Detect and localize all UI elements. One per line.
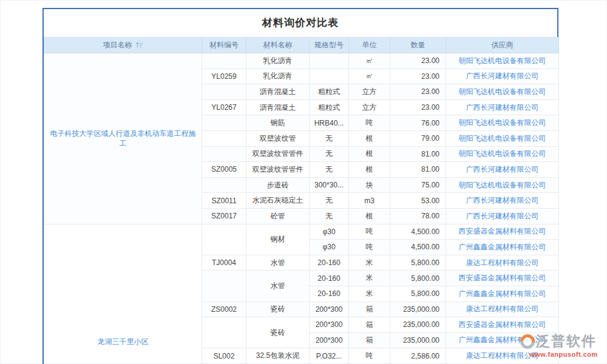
material-name-cell: 水管 [246, 255, 310, 271]
col-header-label: 单位 [362, 41, 377, 49]
spec-cell: 20-160 [310, 271, 349, 286]
unit-cell: 立方 [349, 99, 390, 115]
col-header-label: 数量 [411, 41, 426, 49]
spec-cell: 粗粒式 [310, 84, 349, 100]
spec-cell: 无 [310, 208, 349, 224]
unit-cell: 根 [349, 146, 390, 162]
quantity-cell: 23.00 [390, 53, 446, 69]
spec-cell: 无 [310, 162, 349, 178]
project-name-cell[interactable]: 电子科技大学区域人行道及非机动车道工程施工 [44, 53, 202, 224]
supplier-link[interactable]: 朝阳飞达机电设备有限公司 [446, 177, 559, 193]
quantity-cell: 23.00 [390, 99, 446, 115]
watermark-url[interactable]: www.fanpusoft.com [520, 351, 607, 358]
unit-cell: 立方 [349, 84, 390, 100]
material-code-cell: YL0267 [202, 99, 246, 115]
quantity-cell: 75.00 [390, 177, 446, 193]
material-name-cell: 钢材 [246, 224, 310, 255]
table-row: 电子科技大学区域人行道及非机动车道工程施工乳化沥青㎡23.00朝阳飞达机电设备有… [44, 53, 559, 69]
material-code-cell [202, 130, 246, 146]
supplier-link[interactable]: 康达工程材料有限公司 [446, 255, 559, 271]
unit-cell: 吨 [349, 224, 390, 240]
watermark: 泛普软件 www.fanpusoft.com [520, 332, 607, 358]
material-name-cell: 步道砖 [246, 177, 310, 193]
material-name-cell: 钢筋 [246, 115, 310, 131]
col-header-project[interactable]: 项目名称 [44, 38, 202, 53]
material-name-cell: 沥青混凝土 [246, 84, 310, 100]
supplier-link[interactable]: 朝阳飞达机电设备有限公司 [446, 53, 559, 69]
unit-cell: 吨 [349, 115, 390, 131]
col-header-supplier: 供应商 [446, 38, 559, 53]
col-header-spec: 规格型号 [310, 38, 349, 53]
unit-cell: ㎡ [349, 53, 390, 69]
unit-cell: 根 [349, 208, 390, 224]
supplier-link[interactable]: 西安盛器金属材料有限公司 [446, 224, 559, 240]
material-name-cell: 32.5包装水泥 [246, 348, 310, 364]
col-header-label: 供应商 [492, 41, 514, 49]
col-header-qty: 数量 [390, 38, 446, 53]
page: 材料询价对比表 项目名称材料编号材料名称规格型号单位数量供应商 电子科技大学区域… [0, 0, 607, 364]
table-header: 项目名称材料编号材料名称规格型号单位数量供应商 [44, 38, 559, 53]
col-header-label: 材料名称 [263, 41, 293, 49]
quantity-cell: 76.00 [390, 115, 446, 131]
project-name-cell[interactable]: 龙湖三千里小区 [44, 224, 202, 363]
supplier-link[interactable]: 广州鑫鑫金属材料有限公司 [446, 286, 559, 302]
supplier-link[interactable]: 康达工程材料有限公司 [446, 302, 559, 317]
material-code-cell [202, 177, 246, 193]
material-name-cell: 水泥石灰稳定土 [246, 193, 310, 209]
spec-cell: 200*300 [310, 317, 349, 333]
supplier-link[interactable]: 广西长河建材有限公司 [446, 99, 559, 115]
supplier-link[interactable]: 广西长河建材有限公司 [446, 69, 559, 84]
supplier-link[interactable]: 朝阳飞达机电设备有限公司 [446, 146, 559, 162]
supplier-link[interactable]: 广西长河建材有限公司 [446, 193, 559, 209]
material-name-cell: 双壁波纹管管件 [246, 146, 310, 162]
supplier-link[interactable]: 广西长河建材有限公司 [446, 162, 559, 178]
spec-cell: 20-160 [310, 286, 349, 302]
material-code-cell [202, 146, 246, 162]
supplier-link[interactable]: 广州鑫鑫金属材料有限公司 [446, 240, 559, 255]
quantity-cell: 23.00 [390, 84, 446, 100]
quantity-cell: 235,000.00 [390, 332, 446, 348]
spec-cell: 20-160 [310, 255, 349, 271]
watermark-brand: 泛普软件 [536, 332, 597, 351]
quantity-cell: 235,000.00 [390, 317, 446, 333]
material-name-cell: 乳化沥青 [246, 53, 310, 69]
table-row: 龙湖三千里小区钢材φ30吨4,500.00西安盛器金属材料有限公司 [44, 224, 559, 240]
sort-ascending-icon[interactable] [135, 41, 143, 49]
material-code-cell [202, 53, 246, 69]
unit-cell: 根 [349, 130, 390, 146]
material-code-cell: SZ0017 [202, 208, 246, 224]
unit-cell: 吨 [349, 348, 390, 364]
quantity-cell: 5,800.00 [390, 286, 446, 302]
col-header-code: 材料编号 [202, 38, 246, 53]
comparison-table: 项目名称材料编号材料名称规格型号单位数量供应商 电子科技大学区域人行道及非机动车… [44, 37, 559, 364]
header-row: 项目名称材料编号材料名称规格型号单位数量供应商 [44, 38, 559, 53]
spec-cell: φ30 [310, 240, 349, 255]
spec-cell: 无 [310, 130, 349, 146]
spec-cell: P.O32... [310, 348, 349, 364]
supplier-link[interactable]: 广西长河建材有限公司 [446, 208, 559, 224]
material-name-cell: 沥青混凝土 [246, 99, 310, 115]
col-header-unit: 单位 [349, 38, 390, 53]
material-code-cell: SZ0005 [202, 162, 246, 178]
material-name-cell: 水管 [246, 271, 310, 302]
material-code-cell: TJ0004 [202, 255, 246, 271]
material-code-cell: ZS0002 [202, 302, 246, 317]
material-inquiry-comparison-report: 材料询价对比表 项目名称材料编号材料名称规格型号单位数量供应商 电子科技大学区域… [42, 8, 558, 364]
spec-cell: 无 [310, 146, 349, 162]
quantity-cell: 79.00 [390, 130, 446, 146]
page-title: 材料询价对比表 [44, 9, 557, 37]
unit-cell: 米 [349, 255, 390, 271]
quantity-cell: 53.00 [390, 193, 446, 209]
supplier-link[interactable]: 朝阳飞达机电设备有限公司 [446, 130, 559, 146]
supplier-link[interactable]: 朝阳飞达机电设备有限公司 [446, 115, 559, 131]
supplier-link[interactable]: 西安盛器金属材料有限公司 [446, 317, 559, 333]
supplier-link[interactable]: 西安盛器金属材料有限公司 [446, 271, 559, 286]
supplier-link[interactable]: 朝阳飞达机电设备有限公司 [446, 84, 559, 100]
material-name-cell: 双壁波纹管管件 [246, 162, 310, 178]
unit-cell: 米 [349, 286, 390, 302]
material-name-cell: 乳化沥青 [246, 69, 310, 84]
unit-cell: 箱 [349, 332, 390, 348]
material-name-cell: 双壁波纹管 [246, 130, 310, 146]
unit-cell: 箱 [349, 302, 390, 317]
spec-cell: 粗粒式 [310, 99, 349, 115]
